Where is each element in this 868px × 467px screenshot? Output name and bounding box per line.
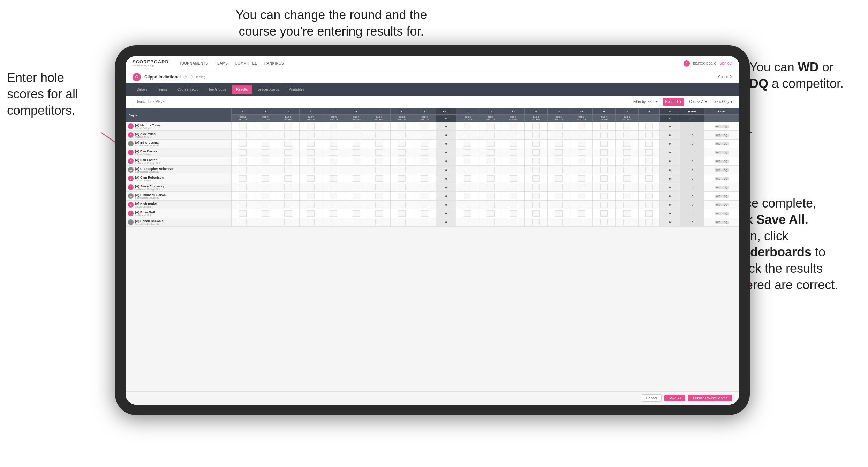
score-input-11-0[interactable] [239, 219, 247, 225]
score-input-2-2[interactable] [284, 141, 292, 147]
score-input-4-4[interactable] [330, 158, 337, 164]
score-input-5-8[interactable] [421, 167, 428, 173]
score-input-9-6[interactable] [375, 202, 383, 208]
score-input-10-4[interactable] [330, 210, 337, 217]
tab-course-setup[interactable]: Course Setup [173, 85, 203, 94]
score-input-1-11[interactable] [510, 132, 517, 138]
score-input-10-11[interactable] [510, 210, 517, 217]
score-input-5-9[interactable] [464, 167, 471, 173]
score-input-4-12[interactable] [532, 158, 540, 164]
score-input-8-1[interactable] [262, 193, 269, 199]
dq-button-5[interactable]: DQ [722, 168, 729, 172]
score-input-8-4[interactable] [330, 193, 337, 199]
score-input-4-13[interactable] [555, 158, 563, 164]
dq-button-6[interactable]: DQ [722, 177, 729, 180]
score-input-2-7[interactable] [398, 141, 406, 147]
score-input-3-7[interactable] [398, 149, 406, 156]
score-input-8-17[interactable] [645, 193, 653, 199]
score-input-5-4[interactable] [330, 167, 337, 173]
score-input-0-7[interactable] [398, 123, 406, 129]
wd-button-8[interactable]: WD [715, 195, 722, 198]
score-input-8-5[interactable] [353, 193, 360, 199]
score-input-6-6[interactable] [375, 175, 383, 182]
score-input-1-6[interactable] [375, 132, 383, 138]
score-input-9-15[interactable] [600, 202, 608, 208]
score-input-1-9[interactable] [464, 132, 471, 138]
score-input-10-9[interactable] [464, 210, 471, 217]
score-input-10-10[interactable] [487, 210, 495, 217]
score-input-0-15[interactable] [600, 123, 608, 129]
score-input-7-5[interactable] [353, 184, 360, 190]
score-input-8-6[interactable] [375, 193, 383, 199]
wd-button-10[interactable]: WD [715, 212, 722, 215]
score-input-6-4[interactable] [330, 175, 337, 182]
score-input-3-14[interactable] [578, 149, 585, 156]
score-input-9-11[interactable] [510, 202, 517, 208]
score-input-7-14[interactable] [578, 184, 585, 190]
score-input-6-16[interactable] [623, 175, 631, 182]
dq-button-7[interactable]: DQ [722, 186, 729, 189]
score-input-0-10[interactable] [487, 123, 495, 129]
score-input-7-10[interactable] [487, 184, 495, 190]
score-input-7-3[interactable] [307, 184, 315, 190]
score-input-7-13[interactable] [555, 184, 563, 190]
wd-button-5[interactable]: WD [715, 168, 722, 172]
score-input-3-17[interactable] [645, 149, 653, 156]
nav-rankings[interactable]: RANKINGS [264, 61, 284, 65]
score-input-9-1[interactable] [262, 202, 269, 208]
score-input-3-5[interactable] [353, 149, 360, 156]
score-input-7-1[interactable] [262, 184, 269, 190]
score-input-4-14[interactable] [578, 158, 585, 164]
score-input-8-12[interactable] [532, 193, 540, 199]
score-input-5-10[interactable] [487, 167, 495, 173]
dq-button-2[interactable]: DQ [722, 142, 729, 145]
score-input-10-2[interactable] [284, 210, 292, 217]
score-input-1-0[interactable] [239, 132, 247, 138]
score-input-8-11[interactable] [510, 193, 517, 199]
score-input-3-3[interactable] [307, 149, 315, 156]
score-input-0-16[interactable] [623, 123, 631, 129]
score-input-10-6[interactable] [375, 210, 383, 217]
score-input-3-15[interactable] [600, 149, 608, 156]
search-input[interactable] [133, 98, 628, 106]
score-input-5-7[interactable] [398, 167, 406, 173]
score-input-11-15[interactable] [600, 219, 608, 225]
wd-button-3[interactable]: WD [715, 151, 722, 154]
score-input-0-12[interactable] [532, 123, 540, 129]
score-input-7-12[interactable] [532, 184, 540, 190]
score-input-4-6[interactable] [375, 158, 383, 164]
score-input-6-1[interactable] [262, 175, 269, 182]
cancel-tournament-btn[interactable]: Cancel X [718, 75, 732, 79]
score-input-2-8[interactable] [421, 141, 428, 147]
score-input-5-12[interactable] [532, 167, 540, 173]
dq-button-3[interactable]: DQ [722, 151, 729, 154]
sign-out-link[interactable]: Sign out [719, 61, 732, 65]
score-input-1-10[interactable] [487, 132, 495, 138]
score-input-5-16[interactable] [623, 167, 631, 173]
score-input-11-11[interactable] [510, 219, 517, 225]
score-input-3-0[interactable] [239, 149, 247, 156]
score-input-11-5[interactable] [353, 219, 360, 225]
score-input-7-15[interactable] [600, 184, 608, 190]
dq-button-10[interactable]: DQ [722, 212, 729, 215]
score-input-11-3[interactable] [307, 219, 315, 225]
score-input-4-7[interactable] [398, 158, 406, 164]
score-input-3-10[interactable] [487, 149, 495, 156]
score-input-4-15[interactable] [600, 158, 608, 164]
score-input-9-13[interactable] [555, 202, 563, 208]
score-input-0-8[interactable] [421, 123, 428, 129]
score-input-3-16[interactable] [623, 149, 631, 156]
score-input-3-4[interactable] [330, 149, 337, 156]
score-input-2-16[interactable] [623, 141, 631, 147]
score-input-2-4[interactable] [330, 141, 337, 147]
score-input-1-13[interactable] [555, 132, 563, 138]
score-input-0-3[interactable] [307, 123, 315, 129]
dq-button-4[interactable]: DQ [722, 160, 729, 163]
score-input-6-5[interactable] [353, 175, 360, 182]
score-input-2-3[interactable] [307, 141, 315, 147]
nav-committee[interactable]: COMMITTEE [235, 61, 257, 65]
score-input-7-8[interactable] [421, 184, 428, 190]
score-input-11-12[interactable] [532, 219, 540, 225]
score-input-5-6[interactable] [375, 167, 383, 173]
score-input-6-9[interactable] [464, 175, 471, 182]
